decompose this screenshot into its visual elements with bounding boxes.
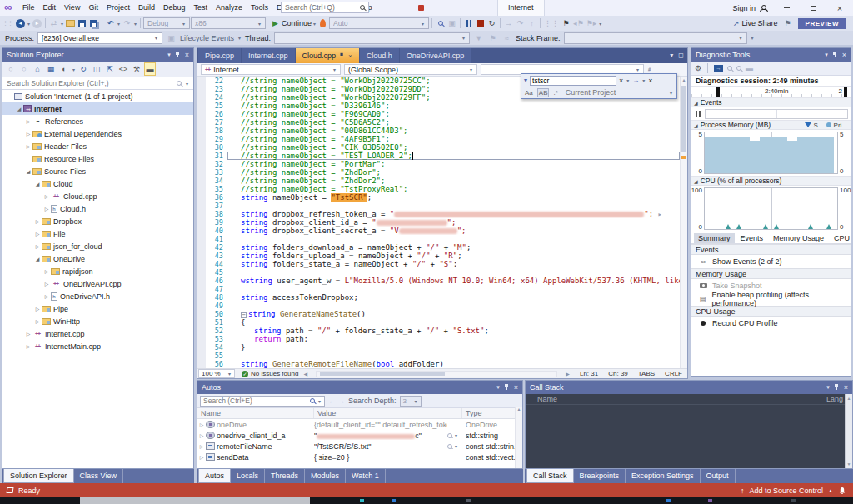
taskbar-app-icon[interactable] [666,499,671,502]
debug-dock-tab-breakpoints[interactable]: Breakpoints [574,469,626,483]
code-line-38[interactable]: 38string dropbox_refresh_token_a = ""; ▸ [197,210,680,218]
break-all-icon[interactable] [463,17,474,30]
tree-item-json-for-cloud[interactable]: ▷json_for_cloud [2,240,193,252]
collapsed-arrow-icon[interactable]: ▷ [24,331,32,337]
events-section-header[interactable]: ◢Events [691,98,851,107]
collapsed-arrow-icon[interactable]: ▷ [42,206,51,212]
name-column-header[interactable]: Name [197,408,314,418]
autos-row-senddata[interactable]: ▷sendData{ size=20 }const std::vect... [197,452,522,462]
text-visualizer-icon[interactable] [447,433,452,438]
lifecycle-events-icon[interactable]: ▣ [166,32,177,45]
collapsed-arrow-icon[interactable]: ▷ [197,443,206,449]
tree-item-rapidjson[interactable]: ▷rapidjson [2,265,193,277]
code-line-26[interactable]: 26//string nameObject = "F969CAD0"; [197,110,680,118]
watch-dock-tab-locals[interactable]: Locals [231,469,265,483]
line-indicator[interactable]: Ln: 31 [580,370,598,377]
code-line-41[interactable]: 41 [197,235,680,243]
collapsed-arrow-icon[interactable]: ▷ [42,281,51,287]
events-track[interactable] [705,109,848,119]
open-file-icon[interactable] [65,17,76,30]
watch-dock-tab-modules[interactable]: Modules [305,469,346,483]
tree-item-cloud-cpp[interactable]: ▷++Cloud.cpp [2,190,193,202]
timeline-left-handle[interactable] [716,87,720,97]
value-column-header[interactable]: Value [314,408,462,418]
collapsed-arrow-icon[interactable]: ▷ [24,343,32,349]
visualizer-chevron-icon[interactable]: ▾ [454,432,458,438]
suspend-icon[interactable]: ≈ [501,32,512,45]
reset-view-icon[interactable]: ▬ [746,64,753,72]
navigate-back-icon[interactable]: ◄ [15,17,26,30]
code-line-53[interactable]: 53return path; [197,335,680,343]
code-line-55[interactable]: 55 [197,352,680,360]
se-forward-icon[interactable]: ○ [18,62,30,76]
collapsed-arrow-icon[interactable]: ▷ [24,143,32,149]
autos-title-bar[interactable]: Autos ▾ × [197,381,522,394]
collapsed-arrow-icon[interactable]: ▷ [33,231,42,237]
save-icon[interactable] [77,17,87,30]
code-line-43[interactable]: 43string folders_upload_a = nameObject +… [197,252,680,260]
notifications-bell-icon[interactable] [838,487,846,495]
code-line-34[interactable]: 34//string nameObject = "ZhdDor2"; [197,177,680,185]
tree-item-pipe[interactable]: ▷Pipe [2,302,193,315]
restart-icon[interactable]: ↻ [486,17,497,30]
editor-vertical-scrollbar[interactable]: ▲ [680,77,687,368]
solution-configuration-dropdown[interactable]: Debug▾ [143,17,190,29]
tree-item-cloud-h[interactable]: ▷hCloud.h [2,202,193,215]
tree-item-dropbox[interactable]: ▷Dropbox [2,215,193,227]
debug-target-dropdown[interactable]: Auto▾ [329,17,429,29]
code-line-36[interactable]: 36string nameObject = "TstSCR"; [197,193,680,202]
collapsed-arrow-icon[interactable]: ▷ [24,131,32,137]
autos-scrollbar[interactable]: ▲ [515,407,522,468]
document-tab-pipe-cpp[interactable]: Pipe.cpp [198,48,241,63]
column-indicator[interactable]: Ch: 39 [608,370,628,377]
code-line-37[interactable]: 37 [197,202,680,210]
step-over-icon[interactable]: ↷ [515,17,526,30]
tree-item-file[interactable]: ▷File [2,227,193,240]
autos-row-onedrive-client-id-a[interactable]: ▷onedrive_client_id_a"c"▾std::string [197,430,522,441]
debug-dock-tab-call-stack[interactable]: Call Stack [526,469,574,483]
name-column-header[interactable]: Name [526,395,826,403]
expanded-arrow-icon[interactable]: ◢ [15,106,23,112]
document-tab-cloud-cpp[interactable]: Cloud.cpp× [296,48,359,63]
menu-item-file[interactable]: File [18,0,39,16]
flag-threads-icon[interactable]: ⚑ [487,32,498,45]
live-share-button[interactable]: ↗Live Share [733,19,778,27]
se-filter-chevron-icon[interactable]: ▾ [72,67,76,72]
tree-item-external-dependencies[interactable]: ▷External Dependencies [2,127,193,140]
document-tab-internet-cpp[interactable]: Internet.cpp [242,48,295,63]
add-to-source-control-button[interactable]: Add to Source Control [749,487,823,495]
save-all-icon[interactable] [88,17,99,30]
continue-label[interactable]: Continue [282,19,312,27]
find-in-files-icon[interactable] [435,17,446,30]
stack-frame-dropdown[interactable]: ▾ [564,32,747,44]
tree-item-winhttp[interactable]: ▷WinHttp [2,315,193,327]
debug-dock-tab-output[interactable]: Output [701,469,736,483]
lifecycle-events-button[interactable]: Lifecycle Events [180,34,234,42]
code-line-32[interactable]: 32//string nameObject = "PortMar"; [197,160,680,168]
se-collapse-all-icon[interactable]: ⇱ [104,62,116,76]
menu-item-git[interactable]: Git [84,0,102,16]
regex-toggle[interactable]: .* [553,89,557,97]
show-diagnostics-icon[interactable]: ▣ [446,17,457,30]
autos-search-input[interactable]: Search (Ctrl+E) ▾ [200,396,325,407]
code-line-39[interactable]: 39string dropbox_client_id_a = ""; [197,218,680,227]
taskbar-app-icon[interactable] [392,499,396,502]
code-line-27[interactable]: 27//string nameObject = "C5D6A5C2"; [197,118,680,127]
collapsed-arrow-icon[interactable]: ▷ [197,432,206,438]
code-line-46[interactable]: 46wstring user_agent_w = L"Mozilla/5.0 (… [197,277,680,285]
tree-item-references[interactable]: ▷▪▪References [2,115,193,127]
solution-explorer-search-input[interactable]: Search Solution Explorer (Ctrl+;) ▾ [2,77,193,90]
tree-item-source-files[interactable]: ◢Source Files [2,165,193,177]
close-icon[interactable]: × [514,383,518,392]
hscroll-right-icon[interactable]: ▶ [566,371,570,377]
minimize-button[interactable] [773,0,800,16]
continue-chevron-icon[interactable]: ▾ [312,21,317,27]
code-line-28[interactable]: 28//string nameObject = "00D861CC44D3"; [197,127,680,135]
text-visualizer-icon[interactable] [447,444,452,449]
menu-item-tools[interactable]: Tools [247,0,272,16]
fold-collapse-icon[interactable]: − [241,312,247,318]
code-line-49[interactable]: 49 [197,302,680,310]
tree-item-header-files[interactable]: ▷Header Files [2,140,193,152]
document-tab-cloud-h[interactable]: Cloud.h [360,48,399,63]
close-button[interactable]: × [826,0,853,16]
